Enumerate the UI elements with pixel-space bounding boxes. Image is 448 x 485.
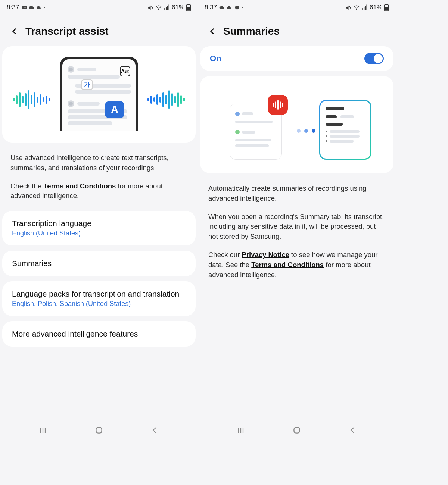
picture-icon [21, 4, 27, 10]
summaries-illustration [211, 89, 383, 163]
summaries-master-toggle[interactable]: On [200, 46, 393, 71]
svg-rect-4 [164, 8, 165, 10]
waveform-left-icon [13, 90, 50, 109]
screen-transcript-assist: 8:37 61% Transcript assist [0, 0, 198, 440]
terms-link[interactable]: Terms and Conditions [43, 182, 116, 190]
hero-illustration-card [200, 76, 393, 173]
setting-more-ai-features[interactable]: More advanced intelligence features [2, 321, 196, 347]
svg-line-17 [349, 6, 351, 9]
weather-icon [227, 4, 233, 10]
description-para-2: Check the Terms and Conditions for more … [10, 181, 187, 201]
description-block: Automatically create summaries of record… [198, 178, 396, 290]
waveform-right-icon [147, 90, 185, 109]
svg-rect-25 [385, 7, 388, 10]
terms-link[interactable]: Terms and Conditions [251, 261, 324, 269]
system-nav-bar [0, 420, 198, 440]
setting-summaries[interactable]: Summaries [2, 251, 196, 276]
ball-icon [234, 4, 240, 10]
nav-back-button[interactable] [149, 424, 161, 436]
svg-rect-20 [364, 7, 364, 10]
chevron-left-icon [10, 26, 19, 37]
privacy-notice-link[interactable]: Privacy Notice [242, 251, 289, 259]
mute-icon [147, 4, 154, 11]
processing-dots-icon [297, 129, 315, 133]
korean-glyph-icon: 가 [81, 79, 93, 90]
recents-button[interactable] [235, 424, 247, 436]
svg-point-18 [356, 9, 357, 9]
page-title: Transcript assist [25, 25, 109, 37]
description-para-1: Automatically create summaries of record… [208, 184, 385, 204]
svg-rect-6 [167, 6, 168, 10]
setting-title: More advanced intelligence features [12, 329, 186, 338]
svg-rect-29 [294, 427, 299, 433]
battery-icon [186, 4, 191, 11]
svg-rect-24 [386, 4, 387, 4]
cloud-icon [29, 4, 35, 10]
nav-back-button[interactable] [347, 424, 359, 436]
toggle-switch[interactable] [364, 53, 384, 64]
setting-value: English, Polish, Spanish (United States) [12, 300, 186, 308]
wifi-icon [353, 4, 360, 11]
svg-rect-0 [22, 6, 27, 9]
signal-icon [361, 4, 368, 11]
screen-summaries: 8:37 61% Summaries On [198, 0, 396, 440]
cloud-icon [219, 4, 225, 10]
toggle-label: On [210, 54, 221, 63]
svg-rect-7 [168, 5, 169, 10]
svg-rect-19 [362, 8, 363, 10]
battery-icon [384, 4, 389, 11]
system-nav-bar [198, 420, 396, 440]
signal-icon [164, 4, 170, 11]
latin-a-bubble-icon: A [105, 101, 124, 118]
setting-language-packs[interactable]: Language packs for transcription and tra… [2, 281, 196, 316]
recording-app-icon [268, 95, 288, 115]
translate-icon: A⇄ [120, 66, 130, 76]
svg-point-3 [158, 9, 159, 9]
setting-title: Summaries [12, 259, 186, 268]
setting-transcription-language[interactable]: Transcription language English (United S… [2, 211, 196, 245]
status-bar: 8:37 61% [198, 0, 396, 15]
svg-rect-9 [188, 4, 189, 4]
description-block: Use advanced intelligence to create text… [0, 148, 198, 211]
hero-illustration-card: A⇄ 가 A [2, 46, 196, 143]
status-bar: 8:37 61% [0, 0, 198, 15]
back-button[interactable] [10, 26, 19, 37]
home-button[interactable] [93, 424, 105, 436]
phone-frame-icon: A⇄ 가 A [60, 57, 138, 131]
transcript-illustration: A⇄ 가 A [9, 57, 189, 135]
setting-title: Language packs for transcription and tra… [12, 290, 186, 298]
description-para-1: Use advanced intelligence to create text… [10, 153, 187, 173]
status-left-icons [21, 4, 45, 10]
home-button[interactable] [291, 424, 303, 436]
battery-text: 61% [172, 4, 184, 11]
svg-rect-10 [187, 7, 190, 10]
setting-value: English (United States) [12, 229, 186, 237]
svg-point-16 [235, 6, 239, 10]
status-time: 8:37 [205, 4, 217, 11]
svg-rect-5 [166, 7, 167, 10]
status-left-icons [219, 4, 243, 10]
more-dot-icon [44, 7, 45, 8]
back-button[interactable] [208, 26, 217, 37]
description-para-3: Check our Privacy Notice to see how we m… [208, 250, 385, 280]
weather-icon [36, 4, 42, 10]
chevron-left-icon [208, 26, 217, 37]
page-header: Summaries [198, 15, 396, 46]
status-time: 8:37 [7, 4, 19, 11]
svg-rect-22 [366, 5, 367, 10]
mute-icon [345, 4, 352, 11]
svg-rect-14 [96, 427, 102, 433]
page-header: Transcript assist [0, 15, 198, 46]
more-dot-icon [242, 7, 243, 8]
setting-title: Transcription language [12, 219, 186, 228]
wifi-icon [155, 4, 162, 11]
battery-text: 61% [370, 4, 382, 11]
summary-doc-icon [319, 100, 371, 160]
svg-rect-21 [365, 6, 366, 10]
svg-line-2 [152, 6, 153, 9]
recents-button[interactable] [37, 424, 49, 436]
description-para-2: When you open a recording's Summary tab,… [208, 212, 385, 242]
page-title: Summaries [223, 25, 280, 37]
